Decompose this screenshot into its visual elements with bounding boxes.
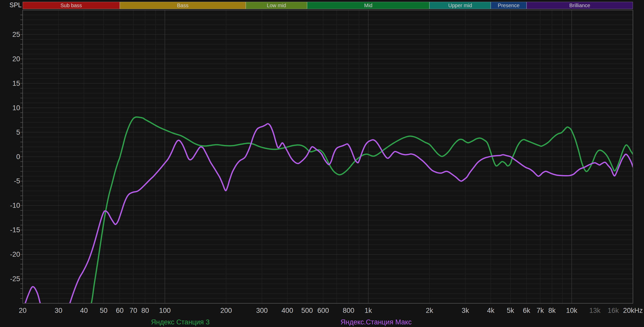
legend-item-station-3: Яндекс Станция 3 xyxy=(151,318,209,326)
spl-chart: SPL Sub bassBassLow midMidUpper midPrese… xyxy=(0,0,644,327)
legend-item-station-max: Яндекс.Станция Макс xyxy=(341,318,412,326)
legend: Яндекс Станция 3 Яндекс.Станция Макс xyxy=(0,0,644,327)
